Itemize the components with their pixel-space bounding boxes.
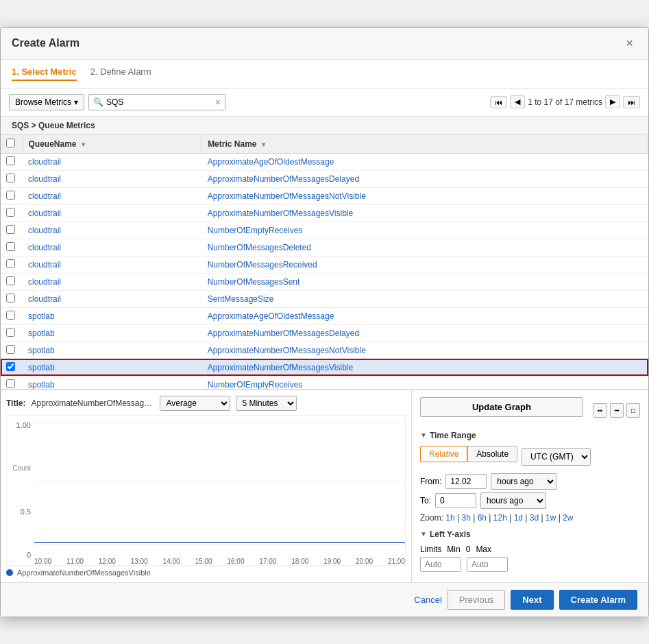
table-row[interactable]: cloudtrail NumberOfEmptyReceives (1, 222, 648, 239)
table-row[interactable]: cloudtrail NumberOfMessagesSent (1, 273, 648, 290)
row-checkbox-7[interactable] (6, 276, 15, 285)
min-limits-input[interactable] (420, 557, 461, 572)
search-input[interactable] (106, 97, 215, 107)
row-checkbox-13[interactable] (6, 379, 15, 388)
queue-name-link-1[interactable]: cloudtrail (28, 174, 61, 184)
metric-name-link-13[interactable]: NumberOfEmptyReceives (208, 380, 303, 389)
graph-title-value: ApproximateNumberOfMessagesVisibl (31, 398, 154, 408)
queue-name-link-2[interactable]: cloudtrail (28, 191, 61, 201)
table-row[interactable]: cloudtrail ApproximateNumberOfMessagesDe… (1, 170, 648, 187)
graph-icon-2[interactable]: ━ (610, 403, 624, 418)
max-limits-input[interactable] (467, 557, 508, 572)
table-row[interactable]: spotlab ApproximateNumberOfMessagesVisib… (1, 359, 648, 376)
queue-name-link-7[interactable]: cloudtrail (28, 277, 61, 287)
table-row[interactable]: cloudtrail ApproximateNumberOfMessagesNo… (1, 187, 648, 204)
close-button[interactable]: × (622, 35, 637, 52)
table-row[interactable]: cloudtrail SentMessageSize (1, 290, 648, 307)
zoom-1d[interactable]: 1d (514, 513, 523, 523)
cancel-button[interactable]: Cancel (414, 595, 441, 605)
step-1[interactable]: 1. Select Metric (12, 67, 77, 81)
zoom-12h[interactable]: 12h (493, 513, 507, 523)
table-row[interactable]: spotlab ApproximateAgeOfOldestMessage (1, 307, 648, 324)
table-row[interactable]: cloudtrail ApproximateNumberOfMessagesVi… (1, 204, 648, 222)
metric-name-link-2[interactable]: ApproximateNumberOfMessagesNotVisible (208, 191, 366, 201)
queue-name-link-9[interactable]: spotlab (28, 311, 55, 321)
clear-search-icon[interactable]: × (215, 97, 221, 108)
metrics-table-scroll[interactable]: QueueName ▾ Metric Name ▾ cloudtrail App… (1, 135, 648, 389)
metric-name-sort-icon[interactable]: ▾ (262, 141, 265, 148)
metric-name-link-12[interactable]: ApproximateNumberOfMessagesVisible (208, 363, 354, 372)
queue-name-link-5[interactable]: cloudtrail (28, 243, 61, 252)
row-checkbox-0[interactable] (6, 156, 15, 165)
table-row[interactable]: cloudtrail ApproximateAgeOfOldestMessage (1, 153, 648, 170)
create-alarm-dialog: Create Alarm × 1. Select Metric 2. Defin… (0, 27, 649, 617)
previous-button[interactable]: Previous (448, 590, 506, 610)
row-checkbox-5[interactable] (6, 242, 15, 251)
select-all-checkbox[interactable] (6, 139, 15, 147)
stat-select[interactable]: Average Sum Min Max SampleCount (160, 396, 230, 411)
metric-name-link-5[interactable]: NumberOfMessagesDeleted (208, 243, 311, 252)
to-input[interactable] (435, 493, 476, 508)
to-row: To: hours ago minutes ago (420, 492, 640, 509)
table-row[interactable]: spotlab ApproximateNumberOfMessagesNotVi… (1, 342, 648, 359)
metric-name-link-7[interactable]: NumberOfMessagesSent (208, 277, 300, 287)
metric-name-link-6[interactable]: NumberOfMessagesReceived (208, 260, 317, 270)
metric-name-link-9[interactable]: ApproximateAgeOfOldestMessage (208, 311, 334, 321)
queue-name-link-11[interactable]: spotlab (28, 346, 55, 355)
queue-name-link-3[interactable]: cloudtrail (28, 208, 61, 218)
queue-name-link-12[interactable]: spotlab (28, 363, 55, 372)
metric-name-link-8[interactable]: SentMessageSize (208, 294, 274, 304)
metric-name-link-1[interactable]: ApproximateNumberOfMessagesDelayed (208, 174, 359, 184)
graph-icon-1[interactable]: ▪▪ (593, 403, 607, 418)
queue-name-link-8[interactable]: cloudtrail (28, 294, 61, 304)
zoom-1h[interactable]: 1h (445, 513, 454, 523)
queue-name-link-10[interactable]: spotlab (28, 329, 55, 338)
browse-metrics-button[interactable]: Browse Metrics ▾ (9, 94, 84, 110)
create-alarm-button[interactable]: Create Alarm (559, 590, 637, 610)
queue-name-link-0[interactable]: cloudtrail (28, 157, 61, 167)
zoom-3h[interactable]: 3h (462, 513, 471, 523)
row-checkbox-10[interactable] (6, 328, 15, 337)
row-checkbox-9[interactable] (6, 311, 15, 320)
from-input[interactable] (445, 474, 487, 489)
first-page-button[interactable]: ⏮ (490, 96, 507, 108)
table-row[interactable]: cloudtrail NumberOfMessagesDeleted (1, 239, 648, 256)
zoom-6h[interactable]: 6h (478, 513, 487, 523)
row-checkbox-1[interactable] (6, 174, 15, 182)
next-button[interactable]: Next (511, 590, 553, 610)
next-page-button[interactable]: ▶ (605, 95, 620, 108)
table-row[interactable]: cloudtrail NumberOfMessagesReceived (1, 256, 648, 273)
zoom-2w[interactable]: 2w (563, 513, 573, 523)
queue-name-link-13[interactable]: spotlab (28, 380, 55, 389)
row-checkbox-8[interactable] (6, 294, 15, 302)
row-checkbox-6[interactable] (6, 259, 15, 268)
graph-icon-3[interactable]: □ (626, 403, 640, 418)
prev-page-button[interactable]: ◀ (510, 95, 525, 108)
queue-name-link-4[interactable]: cloudtrail (28, 226, 61, 235)
utc-select[interactable]: UTC (GMT) (522, 448, 591, 466)
update-graph-button[interactable]: Update Graph (420, 397, 583, 417)
metric-name-link-0[interactable]: ApproximateAgeOfOldestMessage (208, 157, 334, 167)
row-checkbox-3[interactable] (6, 208, 15, 217)
step-2[interactable]: 2. Define Alarm (90, 67, 151, 81)
period-select[interactable]: 1 Minute 5 Minutes 15 Minutes 1 Hour (236, 396, 297, 411)
row-checkbox-2[interactable] (6, 191, 15, 200)
table-row[interactable]: spotlab NumberOfEmptyReceives (1, 376, 648, 389)
from-unit-select[interactable]: hours ago minutes ago (491, 473, 556, 490)
row-checkbox-11[interactable] (6, 345, 15, 354)
row-checkbox-4[interactable] (6, 225, 15, 234)
last-page-button[interactable]: ⏭ (623, 96, 640, 108)
table-row[interactable]: spotlab ApproximateNumberOfMessagesDelay… (1, 324, 648, 342)
queue-name-link-6[interactable]: cloudtrail (28, 260, 61, 270)
absolute-tab[interactable]: Absolute (467, 446, 517, 462)
zoom-1w[interactable]: 1w (546, 513, 556, 523)
metric-name-link-10[interactable]: ApproximateNumberOfMessagesDelayed (208, 329, 359, 338)
relative-tab[interactable]: Relative (420, 446, 467, 462)
to-unit-select[interactable]: hours ago minutes ago (480, 492, 546, 509)
row-checkbox-12[interactable] (6, 362, 15, 371)
metric-name-link-4[interactable]: NumberOfEmptyReceives (208, 226, 303, 235)
queue-name-sort-icon[interactable]: ▾ (82, 141, 85, 148)
zoom-3d[interactable]: 3d (530, 513, 539, 523)
metric-name-link-11[interactable]: ApproximateNumberOfMessagesNotVisible (208, 346, 366, 355)
metric-name-link-3[interactable]: ApproximateNumberOfMessagesVisible (208, 208, 354, 218)
